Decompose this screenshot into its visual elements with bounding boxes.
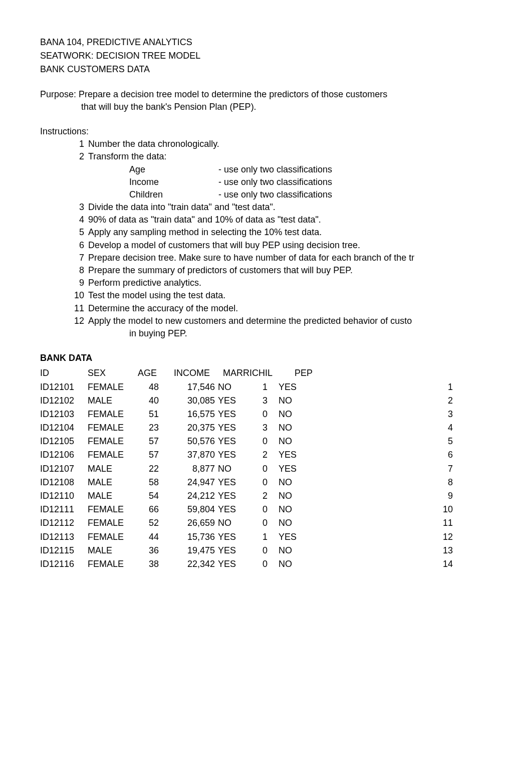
cell-id: ID12105 [40, 435, 88, 448]
instruction-text: Apply any sampling method in selecting t… [88, 226, 492, 239]
instruction-text: Prepare the summary of predictors of cus… [88, 264, 492, 277]
cell-children: 3 [246, 421, 273, 435]
instruction-num: 11 [40, 302, 88, 315]
instruction-text: Divide the data into "train data" and "t… [88, 201, 492, 214]
transform-sub: Children - use only two classifications [40, 188, 492, 201]
cell-income: 37,870 [168, 448, 218, 462]
instruction-num: 8 [40, 264, 88, 277]
instruction-num: 7 [40, 252, 88, 264]
cell-income: 59,804 [168, 503, 218, 516]
cell-income: 17,546 [168, 380, 218, 394]
instruction-text: Develop a model of customers that will b… [88, 239, 492, 252]
transform-value: - use only two classifications [218, 163, 492, 176]
cell-children: 0 [246, 557, 273, 571]
instruction-num: 2 [40, 150, 88, 163]
transform-sub: Age - use only two classifications [40, 163, 492, 176]
instruction-text: Prepare decision tree. Make sure to have… [88, 252, 492, 264]
cell-income: 24,947 [168, 476, 218, 489]
cell-married: YES [218, 489, 246, 503]
transform-label: Income [129, 176, 218, 188]
purpose-label: Purpose: [40, 89, 79, 99]
cell-id: ID12111 [40, 503, 88, 516]
cell-rownum: 8 [313, 476, 453, 489]
course-title: BANA 104, PREDICTIVE ANALYTICS [40, 36, 492, 49]
cell-age: 52 [138, 516, 168, 530]
cell-id: ID12102 [40, 394, 88, 408]
cell-children: 2 [246, 489, 273, 503]
transform-value: - use only two classifications [218, 188, 492, 201]
table-row: ID12110 MALE 54 24,212 YES 2 NO 9 [40, 489, 453, 503]
cell-id: ID12112 [40, 516, 88, 530]
instruction-item: 1 Number the data chronologically. [40, 138, 492, 150]
cell-id: ID12116 [40, 557, 88, 571]
cell-sex: FEMALE [88, 557, 138, 571]
cell-rownum: 4 [313, 421, 453, 435]
cell-rownum: 7 [313, 462, 453, 476]
instruction-num: 10 [40, 289, 88, 302]
cell-age: 57 [138, 435, 168, 448]
instruction-text: Test the model using the test data. [88, 289, 492, 302]
cell-children: 0 [246, 516, 273, 530]
instruction-text: Number the data chronologically. [88, 138, 492, 150]
table-row: ID12106 FEMALE 57 37,870 YES 2 YES 6 [40, 448, 453, 462]
cell-pep: YES [273, 530, 313, 544]
table-row: ID12104 FEMALE 23 20,375 YES 3 NO 4 [40, 421, 453, 435]
bank-data-title: BANK DATA [40, 352, 492, 364]
cell-married: YES [218, 448, 246, 462]
cell-rownum: 13 [313, 544, 453, 557]
cell-pep: NO [273, 394, 313, 408]
table-row: ID12107 MALE 22 8,877 NO 0 YES 7 [40, 462, 453, 476]
cell-children: 0 [246, 408, 273, 421]
instruction-num: 12 [40, 315, 88, 327]
instruction-text: Determine the accuracy of the model. [88, 302, 492, 315]
cell-sex: MALE [88, 476, 138, 489]
cell-pep: YES [273, 380, 313, 394]
cell-married: YES [218, 435, 246, 448]
instruction-num: 3 [40, 201, 88, 214]
cell-rownum: 14 [313, 557, 453, 571]
cell-income: 30,085 [168, 394, 218, 408]
cell-married: YES [218, 421, 246, 435]
cell-sex: FEMALE [88, 380, 138, 394]
cell-income: 8,877 [168, 462, 218, 476]
dataset-title: BANK CUSTOMERS DATA [40, 63, 492, 76]
transform-value: - use only two classifications [218, 176, 492, 188]
transform-sub: Income - use only two classifications [40, 176, 492, 188]
cell-id: ID12108 [40, 476, 88, 489]
cell-income: 24,212 [168, 489, 218, 503]
cell-children: 0 [246, 544, 273, 557]
cell-id: ID12113 [40, 530, 88, 544]
transform-label: Children [129, 188, 218, 201]
cell-children: 3 [246, 394, 273, 408]
cell-id: ID12101 [40, 380, 88, 394]
cell-age: 40 [138, 394, 168, 408]
purpose-line1: Prepare a decision tree model to determi… [79, 89, 387, 99]
cell-age: 36 [138, 544, 168, 557]
cell-married: YES [218, 544, 246, 557]
instruction-item: 5 Apply any sampling method in selecting… [40, 226, 492, 239]
cell-pep: YES [273, 448, 313, 462]
cell-income: 19,475 [168, 544, 218, 557]
transform-label: Age [129, 163, 218, 176]
cell-pep: NO [273, 557, 313, 571]
cell-sex: FEMALE [88, 435, 138, 448]
cell-id: ID12115 [40, 544, 88, 557]
cell-age: 48 [138, 380, 168, 394]
cell-sex: FEMALE [88, 503, 138, 516]
instructions-label: Instructions: [40, 125, 492, 138]
cell-pep: NO [273, 516, 313, 530]
cell-pep: NO [273, 408, 313, 421]
instruction-num: 9 [40, 277, 88, 289]
cell-age: 58 [138, 476, 168, 489]
cell-married: YES [218, 408, 246, 421]
instruction-num: 4 [40, 214, 88, 226]
cell-age: 57 [138, 448, 168, 462]
instruction-num: 1 [40, 138, 88, 150]
cell-rownum: 12 [313, 530, 453, 544]
header-rownum [313, 366, 453, 380]
cell-married: YES [218, 394, 246, 408]
cell-pep: NO [273, 489, 313, 503]
table-row: ID12113 FEMALE 44 15,736 YES 1 YES 12 [40, 530, 453, 544]
cell-id: ID12107 [40, 462, 88, 476]
cell-children: 0 [246, 476, 273, 489]
